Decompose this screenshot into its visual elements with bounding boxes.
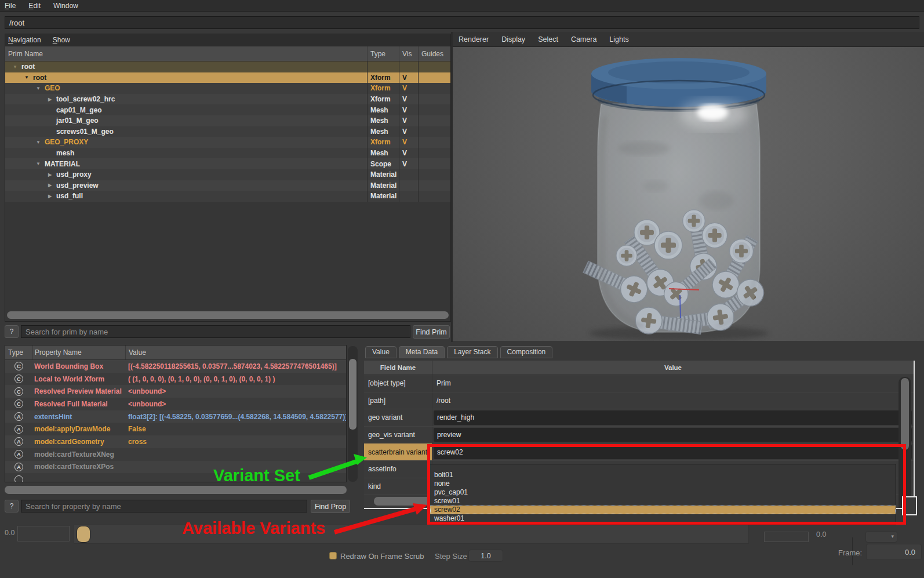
menu-window[interactable]: Window: [53, 2, 78, 10]
variant-option[interactable]: bolt01: [430, 471, 896, 479]
timeline-handle[interactable]: [77, 526, 90, 543]
property-row[interactable]: A model:cardGeometry cross: [5, 435, 346, 448]
variant-option[interactable]: pvc_cap01: [430, 488, 896, 497]
tree-row-geo-proxy[interactable]: ▼ GEO_PROXY XformV: [5, 137, 450, 148]
tree-row-tool-screw02-hrc[interactable]: ▶ tool_screw02_hrc XformV: [5, 94, 450, 105]
property-row[interactable]: C Resolved Preview Material <unbound>: [5, 385, 346, 398]
expand-arrow-icon[interactable]: ▶: [46, 194, 54, 199]
prim-tree-horizontal-scrollbar[interactable]: [7, 311, 449, 319]
geo-vis-variant-combobox[interactable]: preview ▾: [434, 428, 912, 442]
menu-lights[interactable]: Lights: [609, 35, 628, 43]
menu-navigation[interactable]: Navigation: [8, 36, 41, 44]
spin-down-icon[interactable]: ▾: [891, 533, 894, 539]
tree-row-screws01-m-geo[interactable]: screws01_M_geo MeshV: [5, 126, 450, 137]
property-row[interactable]: A model:applyDrawMode False: [5, 423, 346, 435]
property-search-input[interactable]: [21, 500, 307, 512]
tree-row-cap01-m-geo[interactable]: cap01_M_geo MeshV: [5, 104, 450, 115]
property-row[interactable]: C World Bounding Box [(-4.58225011825561…: [5, 360, 346, 373]
variant-option[interactable]: none: [430, 479, 896, 488]
frame-label: Frame:: [838, 548, 862, 557]
variant-option-selected[interactable]: screw02: [430, 506, 896, 514]
spin-box[interactable]: ▾: [865, 531, 897, 543]
menu-edit[interactable]: Edit: [28, 2, 41, 10]
variant-option[interactable]: washer01: [430, 514, 896, 523]
redraw-on-frame-scrub-checkbox[interactable]: [329, 552, 337, 559]
tree-row-root-selected[interactable]: ▼ root XformV: [5, 72, 450, 83]
expand-arrow-icon[interactable]: ▼: [34, 140, 42, 145]
property-row[interactable]: C Local to World Xform ( (1, 0, 0, 0), (…: [5, 373, 346, 386]
tree-row-usd-full[interactable]: ▶ usd_full Material: [5, 191, 450, 202]
metadata-header: Field Name Value: [364, 361, 914, 375]
menu-display[interactable]: Display: [501, 35, 525, 43]
column-prop-type: Type: [5, 348, 32, 357]
tree-row-usd-proxy[interactable]: ▶ usd_proxy Material: [5, 169, 450, 180]
computed-attr-icon: C: [14, 387, 23, 396]
variant-dropdown-popup: bolt01 none pvc_cap01 screw01 screw02 wa…: [430, 464, 896, 525]
property-row[interactable]: A extentsHint float3[2]: [(-4.58225, 0.0…: [5, 410, 346, 423]
property-help-button[interactable]: ?: [5, 500, 19, 512]
prim-path-input[interactable]: [5, 16, 919, 29]
property-horizontal-scrollbar[interactable]: [5, 486, 347, 494]
step-size-label: Step Size: [435, 552, 467, 561]
property-vertical-scrollbar[interactable]: [348, 346, 358, 482]
property-row[interactable]: C Resolved Full Material <unbound>: [5, 398, 346, 410]
column-guides: Guides: [418, 46, 450, 61]
tab-value[interactable]: Value: [365, 346, 396, 358]
frame-input[interactable]: [866, 544, 922, 560]
tab-composition[interactable]: Composition: [500, 346, 553, 358]
prim-tree: ▼ root ▼ root XformV ▼ GEO XformV ▶ tool…: [5, 61, 450, 202]
scrollbar-thumb[interactable]: [349, 359, 356, 430]
metadata-vertical-scrollbar[interactable]: [898, 377, 911, 509]
tree-row-usd-preview[interactable]: ▶ usd_preview Material: [5, 180, 450, 191]
range-start-input[interactable]: [17, 526, 70, 541]
redraw-label: Redraw On Frame Scrub: [340, 552, 424, 561]
main-menubar: File Edit Window: [0, 0, 924, 12]
tree-row-mesh[interactable]: mesh MeshV: [5, 148, 450, 159]
find-prim-button[interactable]: Find Prim: [413, 325, 450, 339]
prim-panel-menubar: Navigation Show: [5, 34, 450, 46]
popup-scroll-box[interactable]: [902, 496, 917, 515]
expand-arrow-icon[interactable]: ▼: [11, 64, 19, 70]
geo-variant-combobox[interactable]: render_high ▾: [434, 410, 912, 425]
menu-file[interactable]: File: [5, 2, 16, 10]
tab-layer-stack[interactable]: Layer Stack: [447, 346, 497, 358]
expand-arrow-icon[interactable]: ▼: [23, 75, 31, 80]
scatterbrain-variant-combobox[interactable]: screw02 ▾: [434, 445, 912, 459]
menu-show[interactable]: Show: [53, 36, 70, 44]
menu-select[interactable]: Select: [538, 35, 558, 43]
metadata-row-scatterbrain-variant: scatterbrain variant screw02 ▾: [364, 444, 914, 461]
inspector-tabs: Value Meta Data Layer Stack Composition: [365, 346, 552, 358]
attribute-icon: A: [14, 437, 23, 446]
property-panel: Type Property Name Value C World Boundin…: [5, 345, 347, 482]
prim-hierarchy-panel: Navigation Show Prim Name Type Vis Guide…: [5, 34, 451, 322]
attribute-icon: [14, 475, 23, 482]
tree-row-material[interactable]: ▼ MATERIAL ScopeV: [5, 158, 450, 169]
prim-search-input[interactable]: [21, 325, 410, 338]
expand-arrow-icon[interactable]: ▶: [46, 97, 54, 102]
computed-attr-icon: C: [14, 362, 23, 370]
tree-row-geo[interactable]: ▼ GEO XformV: [5, 83, 450, 94]
variant-option[interactable]: screw01: [430, 497, 896, 506]
timeline-slider[interactable]: [74, 525, 749, 544]
3d-viewport[interactable]: [453, 47, 924, 341]
prim-help-button[interactable]: ?: [5, 325, 19, 338]
annotation-variant-set: Variant Set: [213, 466, 300, 485]
menu-renderer[interactable]: Renderer: [459, 35, 489, 43]
metadata-row-geo-variant: geo variant render_high ▾: [364, 409, 914, 427]
expand-arrow-icon[interactable]: ▶: [46, 172, 54, 177]
find-prop-button[interactable]: Find Prop: [311, 500, 350, 513]
metadata-row-geo-vis-variant: geo_vis variant preview ▾: [364, 427, 914, 444]
expand-arrow-icon[interactable]: ▼: [34, 161, 42, 166]
scrollbar-thumb[interactable]: [901, 378, 909, 450]
step-size-input[interactable]: [468, 550, 503, 562]
expand-arrow-icon[interactable]: ▼: [34, 86, 42, 91]
tree-row-jar01-m-geo[interactable]: jar01_M_geo MeshV: [5, 115, 450, 126]
expand-arrow-icon[interactable]: ▶: [46, 183, 54, 188]
tab-meta-data[interactable]: Meta Data: [399, 346, 445, 358]
tree-row-root-stage[interactable]: ▼ root: [5, 61, 450, 72]
range-end-input[interactable]: [764, 532, 809, 542]
menu-camera[interactable]: Camera: [571, 35, 596, 43]
column-vis: Vis: [399, 46, 418, 61]
property-row[interactable]: A model:cardTextureXNeg: [5, 448, 346, 461]
column-type: Type: [367, 46, 399, 61]
